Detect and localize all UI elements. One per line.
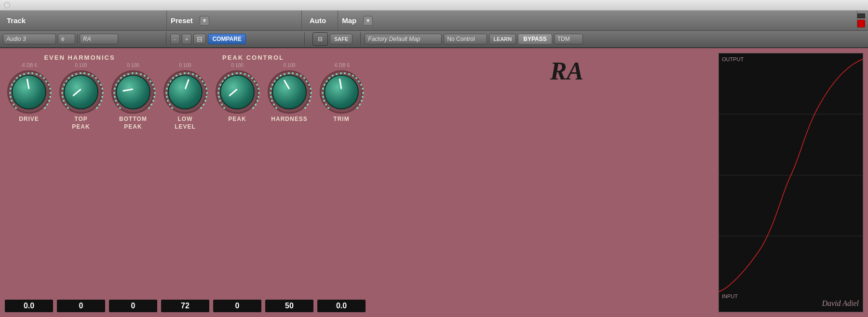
value-display-0[interactable]: 0.0	[5, 300, 53, 312]
knob-dot-2-17	[152, 84, 154, 86]
window-close-button[interactable]	[4, 2, 10, 8]
knob-dot-2-12	[136, 72, 137, 74]
knob-outer-2[interactable]	[111, 70, 155, 114]
knob-outer-1[interactable]	[59, 70, 103, 114]
knob-dot-2-3	[114, 96, 116, 98]
knob-range-3: 0 100	[179, 63, 191, 68]
sub-header: Audio 3 e RA - + ⊟ COMPARE ⊟ SAFE Factor…	[0, 31, 868, 48]
value-display-6[interactable]: 0.0	[317, 300, 366, 312]
knob-dot-6-12	[344, 72, 346, 74]
auto-label: Auto	[310, 16, 326, 25]
compare-button[interactable]: COMPARE	[208, 34, 245, 44]
knob-outer-6[interactable]	[320, 70, 363, 114]
learn-button[interactable]: LEARN	[489, 34, 516, 44]
knob-indicator-3	[185, 79, 190, 90]
knob-dot-6-21	[361, 100, 363, 102]
knob-dot-0-18	[49, 88, 51, 90]
knob-group-1: 0 100TOP PEAK	[57, 63, 105, 131]
bypass-button[interactable]: BYPASS	[518, 34, 552, 44]
knob-dot-0-14	[40, 75, 41, 77]
knob-dot-0-12	[31, 72, 33, 74]
knob-group-4: 0 100PEAK	[213, 63, 261, 123]
knob-dot-4-17	[256, 84, 258, 86]
divider1	[77, 34, 78, 44]
close-plugin-button[interactable]	[857, 20, 865, 27]
knob-dot-1-12	[83, 72, 85, 74]
no-control-dropdown[interactable]: No Control	[444, 34, 487, 44]
knob-dot-0-0	[15, 107, 17, 109]
knob-inner-0	[12, 75, 46, 109]
minus-button[interactable]: -	[170, 34, 180, 44]
knob-dot-1-0	[67, 107, 69, 109]
value-display-3[interactable]: 72	[161, 300, 209, 312]
knobs-row: -6 DB 6DRIVE0 100TOP PEAK0 100BOTTOM PEA…	[5, 63, 714, 296]
value-display-2[interactable]: 0	[109, 300, 157, 312]
track-sub-controls: Audio 3 e RA	[3, 34, 162, 44]
window-bar	[0, 0, 868, 11]
knob-dot-2-0	[119, 107, 121, 109]
knob-indicator-2	[122, 89, 133, 92]
even-harmonics-label-wrapper: EVEN HARMONICS	[5, 53, 154, 62]
value-display-5[interactable]: 50	[265, 300, 313, 312]
header-bar: Track Preset ▼ Auto Map ▼	[0, 11, 868, 31]
value-display-4[interactable]: 0	[213, 300, 261, 312]
knob-dot-6-14	[352, 75, 354, 77]
knob-label-3: LOW LEVEL	[175, 116, 196, 131]
safe-button[interactable]: SAFE	[330, 34, 353, 44]
knob-outer-3[interactable]	[163, 70, 207, 114]
knob-dot-2-18	[153, 88, 155, 90]
preset-copy-button[interactable]: ⊟	[193, 34, 206, 44]
knob-dot-4-12	[240, 72, 242, 74]
knob-dot-2-11	[132, 72, 134, 74]
knob-dot-1-16	[97, 80, 99, 82]
knob-outer-0[interactable]	[7, 70, 51, 114]
knob-dot-6-2	[323, 100, 325, 102]
track-e-dropdown[interactable]: e	[58, 34, 75, 44]
track-label: Track	[7, 16, 26, 25]
minimize-button[interactable]	[857, 13, 865, 18]
knob-dot-3-2	[167, 100, 169, 102]
plus-button[interactable]: +	[182, 34, 191, 44]
knob-dot-5-2	[271, 100, 273, 102]
knob-inner-3	[168, 75, 203, 109]
knob-dot-3-13	[192, 73, 194, 75]
knob-dot-4-15	[251, 77, 253, 79]
knob-dot-2-1	[117, 104, 119, 106]
corner-buttons	[857, 13, 865, 27]
track-name-dropdown[interactable]: Audio 3	[3, 34, 56, 44]
knob-dot-5-4	[270, 92, 271, 94]
knob-dot-0-2	[11, 100, 13, 102]
knob-range-4: 0 100	[231, 63, 243, 68]
knob-dot-2-4	[113, 92, 115, 94]
knob-range-1: 0 100	[75, 63, 87, 68]
knob-dot-4-19	[258, 92, 260, 94]
knob-group-5: 0 100HARDNESS	[265, 63, 313, 123]
knob-indicator-4	[229, 89, 238, 96]
knob-dot-1-23	[96, 107, 98, 109]
knob-outer-5[interactable]	[268, 70, 311, 114]
knob-indicator-5	[284, 79, 290, 90]
tdm-dropdown[interactable]: TDM	[554, 34, 583, 44]
knob-dot-4-14	[248, 75, 250, 77]
transfer-curve-graph	[719, 53, 863, 297]
value-display-1[interactable]: 0	[57, 300, 105, 312]
preset-dropdown-arrow[interactable]: ▼	[200, 16, 209, 26]
knob-outer-4[interactable]	[216, 70, 259, 114]
knob-range-0: -6 DB 6	[21, 63, 37, 68]
knob-dot-3-1	[169, 104, 171, 106]
knob-dot-2-22	[150, 104, 152, 106]
ra-logo: RA	[550, 57, 583, 85]
knob-label-5: HARDNESS	[271, 116, 307, 123]
knob-dot-2-21	[152, 100, 154, 102]
knob-dot-3-18	[205, 88, 207, 90]
map-label: Map	[342, 16, 356, 25]
auto-record-button[interactable]: ⊟	[312, 32, 328, 46]
map-dropdown-arrow[interactable]: ▼	[363, 16, 373, 26]
ra-dropdown[interactable]: RA	[80, 34, 118, 44]
knob-dot-6-20	[362, 96, 364, 98]
input-label: INPUT	[722, 293, 738, 299]
even-harmonics-label: EVEN HARMONICS	[44, 54, 115, 61]
knob-dot-1-17	[100, 84, 102, 86]
factory-default-map-dropdown[interactable]: Factory Default Map	[365, 34, 442, 44]
knob-dot-1-14	[92, 75, 94, 77]
